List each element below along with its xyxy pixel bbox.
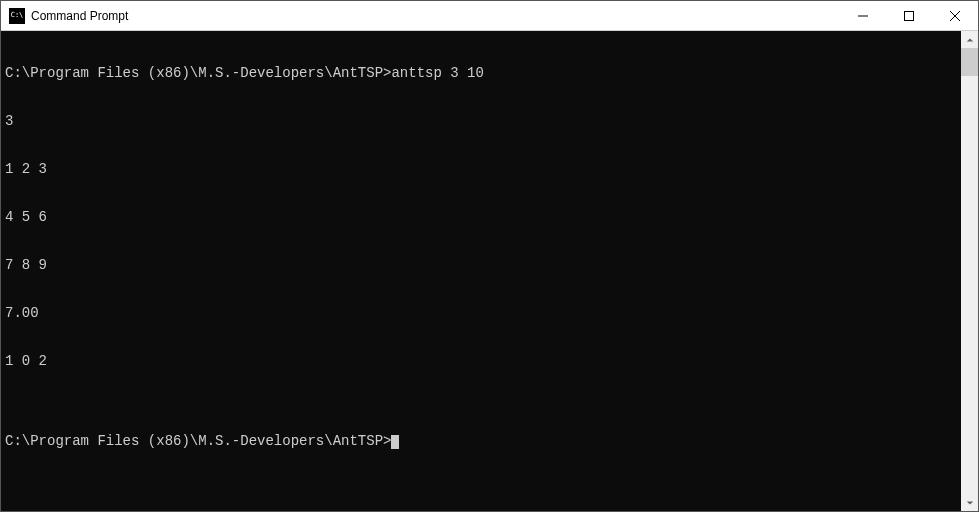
terminal-line: 7.00 (5, 305, 957, 321)
chevron-up-icon (966, 36, 974, 44)
window-title: Command Prompt (31, 9, 840, 23)
maximize-icon (904, 11, 914, 21)
window-frame: Command Prompt C:\Program Files (x86)\M.… (0, 0, 979, 512)
app-icon (9, 8, 25, 24)
vertical-scrollbar[interactable] (961, 31, 978, 511)
terminal-line: 1 0 2 (5, 353, 957, 369)
terminal-line: 4 5 6 (5, 209, 957, 225)
scroll-down-button[interactable] (961, 494, 978, 511)
title-bar[interactable]: Command Prompt (1, 1, 978, 31)
terminal-prompt-line: C:\Program Files (x86)\M.S.-Developers\A… (5, 433, 957, 449)
maximize-button[interactable] (886, 1, 932, 30)
close-button[interactable] (932, 1, 978, 30)
terminal-line: C:\Program Files (x86)\M.S.-Developers\A… (5, 65, 957, 81)
minimize-button[interactable] (840, 1, 886, 30)
terminal-output[interactable]: C:\Program Files (x86)\M.S.-Developers\A… (1, 31, 961, 511)
svg-rect-1 (905, 11, 914, 20)
minimize-icon (858, 11, 868, 21)
terminal-cursor (391, 435, 399, 449)
terminal-prompt: C:\Program Files (x86)\M.S.-Developers\A… (5, 433, 391, 449)
scrollbar-track[interactable] (961, 48, 978, 494)
terminal-line: 3 (5, 113, 957, 129)
scroll-up-button[interactable] (961, 31, 978, 48)
scrollbar-thumb[interactable] (961, 48, 978, 76)
terminal-line: 1 2 3 (5, 161, 957, 177)
chevron-down-icon (966, 499, 974, 507)
window-controls (840, 1, 978, 30)
client-area: C:\Program Files (x86)\M.S.-Developers\A… (1, 31, 978, 511)
terminal-line: 7 8 9 (5, 257, 957, 273)
close-icon (950, 11, 960, 21)
